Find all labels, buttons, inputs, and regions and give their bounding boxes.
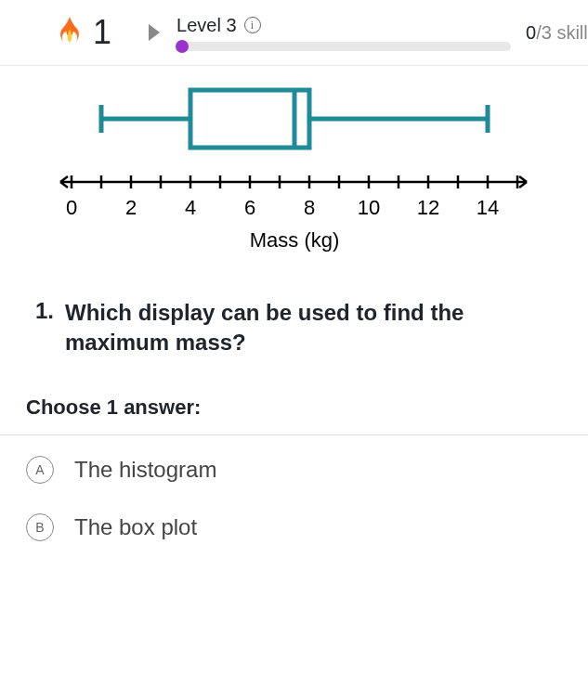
- streak-count: 1: [93, 13, 111, 52]
- tick-label: 4: [184, 196, 195, 219]
- info-icon[interactable]: i: [244, 17, 261, 33]
- answers-list: A The histogram B The box plot: [0, 434, 588, 562]
- tick-label: 12: [416, 196, 438, 219]
- tick-label: 14: [476, 196, 498, 219]
- play-icon[interactable]: [149, 24, 160, 41]
- tick-label: 10: [357, 196, 379, 219]
- header-bar: 1 Level 3 i 0/3 skills: [0, 0, 588, 66]
- tick-label: 6: [243, 196, 255, 219]
- answer-text: The box plot: [74, 514, 197, 540]
- answer-option-a[interactable]: A The histogram: [0, 435, 588, 504]
- level-label: Level 3: [176, 15, 237, 36]
- flame-icon: [56, 17, 84, 48]
- level-block: Level 3 i: [176, 15, 511, 51]
- question-block: 1. Which display can be used to find the…: [0, 270, 588, 358]
- streak-indicator: 1: [56, 13, 111, 52]
- tick-label: 8: [303, 196, 314, 219]
- x-axis-label: Mass (kg): [249, 228, 339, 252]
- tick-label: 2: [124, 196, 136, 219]
- choose-label: Choose 1 answer:: [0, 358, 588, 434]
- tick-label: 0: [65, 196, 76, 219]
- question-number: 1.: [35, 298, 54, 358]
- boxplot-chart: 0 2 4 6 8 10 12 14 Mass (kg): [0, 66, 588, 270]
- answer-letter: B: [26, 513, 54, 541]
- progress-dot: [176, 40, 189, 53]
- progress-bar: [176, 42, 511, 51]
- answer-text: The histogram: [74, 457, 216, 483]
- question-text: Which display can be used to find the ma…: [65, 298, 553, 358]
- skills-count: 0/3 skills: [526, 22, 588, 44]
- answer-letter: A: [26, 456, 54, 484]
- answer-option-b[interactable]: B The box plot: [0, 504, 588, 562]
- svg-rect-2: [190, 90, 309, 148]
